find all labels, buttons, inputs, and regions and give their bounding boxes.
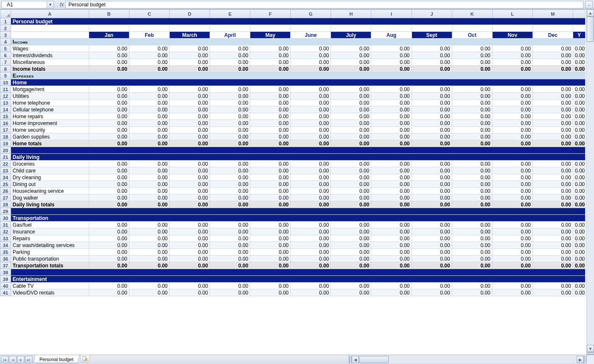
value-cell[interactable]: 0.00	[371, 140, 412, 147]
value-cell[interactable]: 0.00	[573, 188, 585, 195]
month-header[interactable]: Nov	[492, 32, 532, 39]
value-cell[interactable]: 0.00	[210, 283, 250, 289]
value-cell[interactable]: 0.00	[250, 262, 291, 269]
row-header[interactable]: 12	[0, 93, 11, 100]
col-header[interactable]: L	[492, 10, 532, 18]
col-header[interactable]: I	[371, 10, 412, 18]
value-cell[interactable]: 0.00	[331, 66, 371, 72]
month-header[interactable]: July	[331, 32, 371, 39]
cell[interactable]	[250, 25, 291, 32]
value-cell[interactable]: 0.00	[492, 45, 532, 52]
value-cell[interactable]: 0.00	[331, 45, 371, 52]
value-cell[interactable]: 0.00	[291, 133, 331, 140]
value-cell[interactable]: 0.00	[331, 228, 371, 235]
value-cell[interactable]: 0.00	[210, 140, 250, 147]
value-cell[interactable]: 0.00	[371, 66, 412, 72]
value-cell[interactable]: 0.00	[210, 222, 250, 228]
value-cell[interactable]: 0.00	[412, 120, 452, 127]
new-sheet-button[interactable]	[80, 355, 90, 362]
row-header[interactable]: 23	[0, 167, 11, 174]
value-cell[interactable]: 0.00	[89, 181, 129, 188]
value-cell[interactable]: 0.00	[412, 249, 452, 256]
value-cell[interactable]: 0.00	[250, 289, 291, 296]
value-cell[interactable]: 0.00	[371, 45, 412, 52]
cell[interactable]	[129, 25, 169, 32]
value-cell[interactable]: 0.00	[291, 86, 331, 93]
tab-first-icon[interactable]: |◂	[1, 356, 8, 363]
row-label[interactable]: Parking	[11, 249, 89, 256]
value-cell[interactable]: 0.00	[371, 228, 412, 235]
value-cell[interactable]: 0.00	[331, 289, 371, 296]
value-cell[interactable]: 0.00	[492, 113, 532, 120]
cell[interactable]	[371, 25, 412, 32]
value-cell[interactable]: 0.00	[210, 174, 250, 181]
value-cell[interactable]: 0.00	[573, 113, 585, 120]
value-cell[interactable]: 0.00	[371, 100, 412, 106]
value-cell[interactable]: 0.00	[169, 100, 210, 106]
value-cell[interactable]: 0.00	[412, 59, 452, 66]
row-header[interactable]: 2	[0, 25, 11, 32]
value-cell[interactable]: 0.00	[129, 100, 169, 106]
row-label[interactable]: Home repairs	[11, 113, 89, 120]
value-cell[interactable]: 0.00	[331, 283, 371, 289]
value-cell[interactable]: 0.00	[573, 45, 585, 52]
value-cell[interactable]: 0.00	[573, 242, 585, 249]
value-cell[interactable]: 0.00	[573, 181, 585, 188]
row-header[interactable]: 24	[0, 174, 11, 181]
row-header[interactable]: 14	[0, 106, 11, 113]
value-cell[interactable]: 0.00	[532, 181, 573, 188]
value-cell[interactable]: 0.00	[250, 113, 291, 120]
value-cell[interactable]: 0.00	[452, 100, 492, 106]
value-cell[interactable]: 0.00	[532, 100, 573, 106]
value-cell[interactable]: 0.00	[371, 106, 412, 113]
row-label[interactable]: Dining out	[11, 181, 89, 188]
value-cell[interactable]: 0.00	[573, 66, 585, 72]
value-cell[interactable]: 0.00	[129, 66, 169, 72]
month-header[interactable]: May	[250, 32, 291, 39]
row-header[interactable]: 13	[0, 100, 11, 106]
value-cell[interactable]: 0.00	[492, 120, 532, 127]
value-cell[interactable]: 0.00	[532, 201, 573, 208]
title-cell[interactable]: Personal budget	[11, 18, 585, 25]
value-cell[interactable]: 0.00	[169, 52, 210, 59]
value-cell[interactable]: 0.00	[89, 45, 129, 52]
row-label[interactable]: Income totals	[11, 66, 89, 72]
value-cell[interactable]: 0.00	[291, 120, 331, 127]
value-cell[interactable]: 0.00	[89, 283, 129, 289]
fx-icon[interactable]: fx	[60, 2, 64, 8]
value-cell[interactable]: 0.00	[573, 59, 585, 66]
value-cell[interactable]: 0.00	[492, 195, 532, 201]
row-label[interactable]: Home telephone	[11, 100, 89, 106]
category-header[interactable]: Transportation	[11, 215, 585, 222]
value-cell[interactable]: 0.00	[210, 93, 250, 100]
value-cell[interactable]: 0.00	[250, 59, 291, 66]
value-cell[interactable]: 0.00	[331, 235, 371, 242]
row-header[interactable]: 6	[0, 52, 11, 59]
cell[interactable]	[573, 25, 585, 32]
value-cell[interactable]: 0.00	[452, 222, 492, 228]
value-cell[interactable]: 0.00	[129, 133, 169, 140]
value-cell[interactable]: 0.00	[129, 222, 169, 228]
value-cell[interactable]: 0.00	[169, 140, 210, 147]
month-header[interactable]: March	[169, 32, 210, 39]
value-cell[interactable]: 0.00	[291, 222, 331, 228]
value-cell[interactable]: 0.00	[492, 167, 532, 174]
row-header[interactable]: 21	[0, 154, 11, 161]
col-header[interactable]: H	[331, 10, 371, 18]
value-cell[interactable]: 0.00	[532, 59, 573, 66]
row-label[interactable]: Insurance	[11, 228, 89, 235]
value-cell[interactable]: 0.00	[210, 201, 250, 208]
value-cell[interactable]: 0.00	[452, 66, 492, 72]
value-cell[interactable]: 0.00	[371, 201, 412, 208]
value-cell[interactable]: 0.00	[412, 100, 452, 106]
value-cell[interactable]: 0.00	[250, 188, 291, 195]
value-cell[interactable]: 0.00	[573, 52, 585, 59]
value-cell[interactable]: 0.00	[89, 222, 129, 228]
value-cell[interactable]: 0.00	[129, 228, 169, 235]
value-cell[interactable]: 0.00	[492, 133, 532, 140]
row-label[interactable]: Housecleaning service	[11, 188, 89, 195]
value-cell[interactable]: 0.00	[532, 256, 573, 262]
value-cell[interactable]: 0.00	[291, 195, 331, 201]
value-cell[interactable]: 0.00	[331, 106, 371, 113]
value-cell[interactable]: 0.00	[371, 235, 412, 242]
